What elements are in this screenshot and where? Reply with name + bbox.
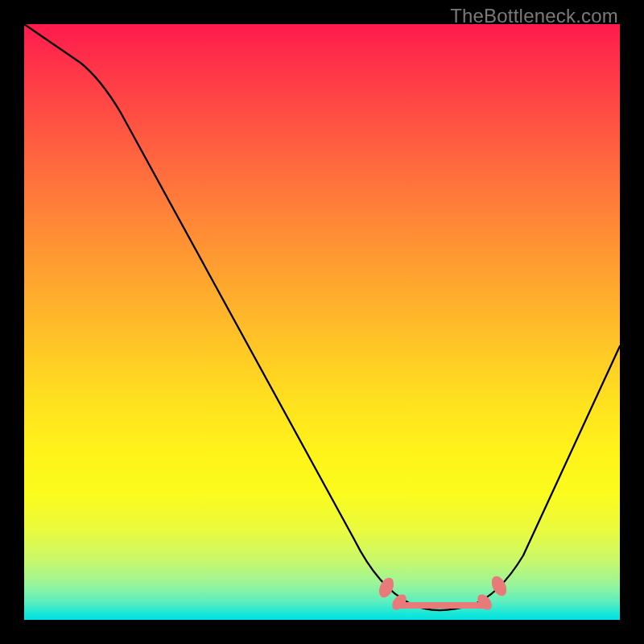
- chart-frame: TheBottleneck.com: [0, 0, 644, 644]
- curve-svg: [24, 24, 620, 620]
- bottleneck-curve-path: [24, 24, 620, 610]
- plot-area: [24, 24, 620, 620]
